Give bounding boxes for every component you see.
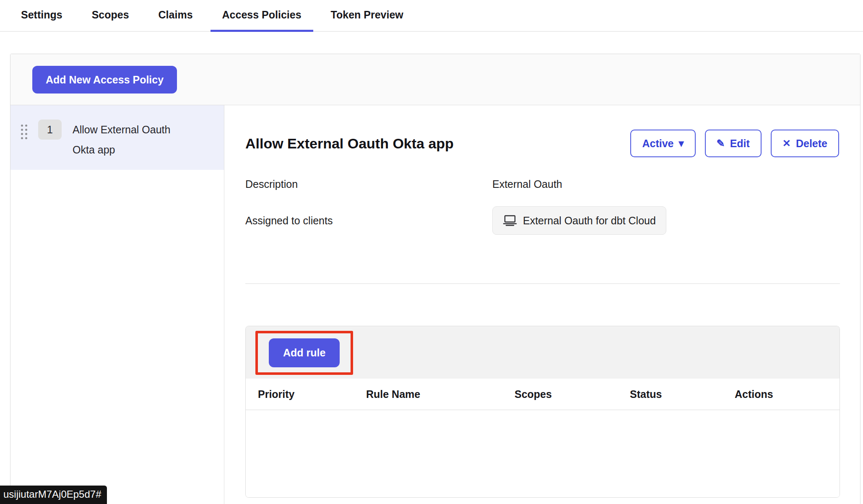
tab-scopes[interactable]: Scopes <box>80 0 141 32</box>
detail-action-buttons: Active ▾ ✎ Edit ✕ Delete <box>630 130 839 157</box>
tab-claims[interactable]: Claims <box>147 0 205 32</box>
rules-card: Add rule Priority Rule Name Scopes Statu… <box>245 326 840 498</box>
policy-list-sidebar: 1 Allow External Oauth Okta app <box>10 105 224 504</box>
close-icon: ✕ <box>782 138 791 149</box>
red-annotation-box: Add rule <box>255 331 353 375</box>
column-header-scopes: Scopes <box>515 388 630 400</box>
column-header-rule-name: Rule Name <box>366 388 515 400</box>
detail-title-row: Allow External Oauth Okta app Active ▾ ✎… <box>245 130 839 157</box>
policy-priority-badge: 1 <box>38 120 62 140</box>
delete-button[interactable]: ✕ Delete <box>771 130 839 157</box>
policy-name-label: Allow External Oauth Okta app <box>73 120 194 160</box>
active-status-label: Active <box>642 138 673 150</box>
rules-table-header: Priority Rule Name Scopes Status Actions <box>246 379 840 410</box>
tab-access-policies[interactable]: Access Policies <box>211 0 313 32</box>
column-header-priority: Priority <box>246 388 366 400</box>
assigned-clients-cell: External Oauth for dbt Cloud <box>492 206 839 235</box>
status-tooltip: usijiutarM7Aj0Ep5d7# <box>0 486 107 504</box>
tab-bar: Settings Scopes Claims Access Policies T… <box>0 0 863 32</box>
computer-icon <box>503 215 517 226</box>
add-new-access-policy-button[interactable]: Add New Access Policy <box>32 66 177 94</box>
rules-card-header: Add rule <box>246 326 840 379</box>
panel-header: Add New Access Policy <box>10 54 860 105</box>
active-status-dropdown[interactable]: Active ▾ <box>630 130 695 157</box>
edit-button[interactable]: ✎ Edit <box>705 130 762 157</box>
page-title: Allow External Oauth Okta app <box>245 135 454 152</box>
rules-table-empty-body <box>246 410 840 497</box>
drag-handle-icon[interactable] <box>21 125 27 139</box>
column-header-actions: Actions <box>735 388 840 400</box>
detail-fields: Description External Oauth Assigned to c… <box>245 178 839 235</box>
assigned-to-clients-label: Assigned to clients <box>245 215 492 227</box>
panel-body: 1 Allow External Oauth Okta app Allow Ex… <box>10 105 860 504</box>
add-rule-button[interactable]: Add rule <box>269 338 340 367</box>
section-divider <box>245 283 840 284</box>
description-label: Description <box>245 178 492 190</box>
assigned-client-chip[interactable]: External Oauth for dbt Cloud <box>492 206 666 235</box>
tab-settings[interactable]: Settings <box>9 0 74 32</box>
assigned-client-name: External Oauth for dbt Cloud <box>523 215 656 227</box>
column-header-status: Status <box>630 388 735 400</box>
chevron-down-icon: ▾ <box>678 138 684 149</box>
access-policies-panel: Add New Access Policy 1 Allow External O… <box>10 54 860 504</box>
description-value: External Oauth <box>492 178 839 190</box>
policy-list-item[interactable]: 1 Allow External Oauth Okta app <box>10 105 224 170</box>
pencil-icon: ✎ <box>717 138 725 149</box>
policy-detail: Allow External Oauth Okta app Active ▾ ✎… <box>224 105 860 504</box>
delete-button-label: Delete <box>796 138 827 150</box>
edit-button-label: Edit <box>730 138 750 150</box>
tab-token-preview[interactable]: Token Preview <box>319 0 415 32</box>
